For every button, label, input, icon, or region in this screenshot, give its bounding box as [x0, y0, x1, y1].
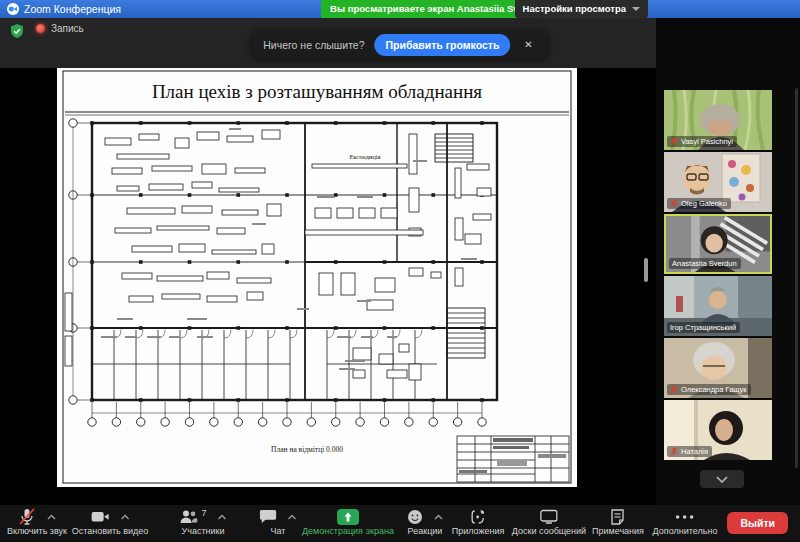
- participant-tile[interactable]: Наталія: [664, 400, 772, 460]
- participant-tile[interactable]: Олександра Гащук: [664, 338, 772, 398]
- audio-notification: Ничего не слышите? Прибавить громкость ✕: [251, 30, 548, 59]
- meeting-content: Запись Вид Ничего не слышите? Прибавить …: [0, 18, 800, 505]
- toolbar-label: Включить звук: [7, 526, 67, 536]
- share-screen-icon: [337, 509, 359, 525]
- stop-video-button[interactable]: Остановить видео: [72, 508, 149, 536]
- notes-button[interactable]: Примечания: [592, 508, 644, 536]
- title-block: [457, 436, 569, 482]
- participants-sidebar: Vasyl Pasichnyi: [656, 18, 800, 505]
- leave-button[interactable]: Выйти: [727, 512, 788, 534]
- participants-button[interactable]: 7 Участники: [179, 508, 226, 536]
- participant-name: Ігор Стращинський: [670, 323, 736, 332]
- raise-volume-button[interactable]: Прибавить громкость: [375, 34, 511, 56]
- plan-caption: План на відмітці 0.000: [271, 445, 343, 454]
- name-tag: Олександра Гащук: [667, 384, 751, 395]
- name-tag: Oleg Galenko: [667, 198, 731, 209]
- toolbar-label: Чат: [271, 526, 286, 536]
- toolbar-label: Дополнительно: [653, 526, 718, 536]
- toolbar-label: Остановить видео: [72, 526, 149, 536]
- zoom-logo-icon: [7, 3, 19, 15]
- name-tag: Vasyl Pasichnyi: [667, 136, 737, 147]
- whiteboard-icon: [540, 509, 558, 524]
- more-button[interactable]: Дополнительно: [653, 508, 718, 536]
- chevron-up-icon[interactable]: [288, 514, 297, 520]
- chat-button[interactable]: Чат: [260, 508, 297, 536]
- chat-icon: [260, 509, 277, 524]
- sidebar-resize-handle[interactable]: [644, 258, 648, 282]
- view-settings-label: Настройки просмотра: [523, 0, 626, 18]
- mic-muted-icon: [670, 447, 678, 456]
- title-bar-left: Zoom Конференция: [0, 3, 121, 15]
- chevron-down-icon: [632, 7, 640, 11]
- participants-icon: [179, 509, 197, 524]
- record-dot-icon: [36, 24, 45, 33]
- reactions-button[interactable]: Реакции: [407, 508, 443, 536]
- participant-name: Олександра Гащук: [681, 385, 747, 394]
- share-screen-button[interactable]: Демонстрация экрана: [302, 508, 394, 536]
- unmute-button[interactable]: Включить звук: [7, 508, 67, 536]
- name-tag: Ігор Стращинський: [667, 322, 740, 333]
- toolbar-label: Реакции: [408, 526, 443, 536]
- mic-muted-icon: [670, 385, 678, 394]
- apps-button[interactable]: Приложения: [452, 508, 505, 536]
- participant-tile-active-speaker[interactable]: Anastasiia Sverdun: [664, 214, 772, 274]
- zoom-window: Zoom Конференция Вы просматриваете экран…: [0, 0, 800, 542]
- participant-tile[interactable]: Vasyl Pasichnyi: [664, 90, 772, 150]
- sidebar-scrollbar[interactable]: [795, 88, 798, 468]
- mic-muted-icon: [18, 508, 36, 525]
- toolbar-label: Доски сообщений: [512, 526, 586, 536]
- toolbar-label: Примечания: [592, 526, 644, 536]
- notes-icon: [611, 509, 626, 525]
- chevron-down-icon: [716, 476, 728, 483]
- participant-name: Anastasiia Sverdun: [672, 259, 737, 268]
- participant-tile[interactable]: Ігор Стращинський: [664, 276, 772, 336]
- name-tag: Anastasiia Sverdun: [669, 258, 741, 269]
- more-participants-button[interactable]: [700, 470, 744, 488]
- app-title: Zoom Конференция: [24, 3, 121, 15]
- camera-icon: [90, 509, 109, 524]
- mic-muted-icon: [670, 199, 678, 208]
- chevron-up-icon[interactable]: [120, 514, 129, 520]
- toolbar-label: Приложения: [452, 526, 505, 536]
- security-shield-icon[interactable]: [9, 23, 25, 39]
- apps-icon: [470, 509, 486, 525]
- chevron-up-icon[interactable]: [218, 514, 227, 520]
- name-tag: Наталія: [667, 446, 712, 457]
- notification-message: Ничего не слышите?: [263, 39, 364, 51]
- recording-label: Запись: [51, 23, 84, 34]
- participant-tile[interactable]: Oleg Galenko: [664, 152, 772, 212]
- close-icon[interactable]: ✕: [520, 37, 536, 52]
- whiteboards-button[interactable]: Доски сообщений: [512, 508, 586, 536]
- participant-name: Наталія: [681, 447, 708, 456]
- ellipsis-icon: [675, 514, 695, 520]
- toolbar-label: Участники: [181, 526, 224, 536]
- slide-title: План цехів з розташуванням обладнання: [152, 81, 482, 102]
- participant-name: Oleg Galenko: [681, 199, 727, 208]
- participants-count: 7: [201, 508, 206, 518]
- toolbar-label: Демонстрация экрана: [302, 526, 394, 536]
- chevron-up-icon[interactable]: [47, 514, 56, 520]
- floor-plan-drawing: План цехів з розташуванням обладнання: [57, 68, 577, 487]
- room-label: Експедиція: [349, 153, 380, 160]
- control-toolbar: Включить звук Остановить видео: [0, 505, 800, 542]
- shared-screen-slide: План цехів з розташуванням обладнання: [57, 68, 577, 487]
- title-bar: Zoom Конференция Вы просматриваете экран…: [0, 0, 800, 18]
- mic-muted-icon: [670, 137, 678, 146]
- view-settings-button[interactable]: Настройки просмотра: [515, 0, 648, 18]
- recording-indicator: Запись: [36, 23, 84, 34]
- chevron-up-icon[interactable]: [434, 514, 443, 520]
- participant-name: Vasyl Pasichnyi: [681, 137, 733, 146]
- reactions-icon: [407, 509, 423, 525]
